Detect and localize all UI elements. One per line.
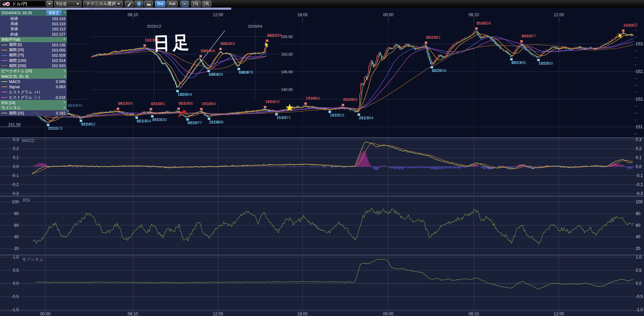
chart-scrollbar[interactable] — [0, 8, 231, 10]
close-icon[interactable]: × — [63, 106, 65, 110]
indicator-label: モメンタム — [1, 105, 61, 110]
indicator-value-row: 安値153.112 — [0, 26, 67, 31]
chart-canvas — [0, 0, 644, 316]
scrollbar-thumb[interactable] — [91, 8, 143, 10]
toolbar: ドル/円 5分足 テクニカル選択 i Bid Ask — [0, 0, 644, 8]
close-icon[interactable]: × — [63, 75, 65, 78]
zoom-out-button[interactable] — [191, 1, 201, 7]
indicator-label: 始値 — [1, 16, 52, 21]
indicator-value-row: 高値153.133 — [0, 21, 67, 26]
indicator-value-row: MACD0.045 — [0, 79, 67, 84]
line-color-swatch — [1, 97, 7, 98]
latest-candle-button[interactable]: 最新足 — [46, 10, 62, 15]
draw-tool-button[interactable] — [125, 1, 134, 7]
indicator-value: 153.133 — [52, 22, 65, 26]
indicator-value-row: 期間 [100]152.914 — [0, 58, 67, 63]
indicator-value: 0.045 — [56, 80, 65, 84]
indicator-label: 高値 — [1, 21, 52, 26]
indicator-label: 安値 — [1, 26, 52, 31]
timeframe-selector[interactable]: 5分足 — [54, 1, 81, 7]
indicator-value-row: 期間 [25]0.182 — [0, 111, 67, 116]
indicator-value: 153.112 — [52, 27, 65, 31]
technical-select-button[interactable]: テクニカル選択 — [83, 1, 123, 7]
zoom-in-button[interactable] — [202, 1, 211, 7]
close-icon[interactable]: × — [63, 101, 65, 104]
indicator-value: 0.063 — [56, 85, 65, 89]
indicator-label: 期間 [25] — [9, 47, 52, 53]
currency-pair-selector[interactable]: ドル/円 — [1, 1, 46, 7]
indicator-label: 終値 — [1, 32, 52, 37]
indicator-section-header: 移動平均線× — [0, 37, 67, 42]
line-color-swatch — [1, 92, 7, 92]
indicator-value: -0.018 — [55, 95, 65, 100]
indicator-label: 期間 [75] — [9, 53, 52, 58]
bid-button[interactable]: Bid — [155, 1, 165, 7]
line-color-swatch — [1, 86, 7, 87]
japan-flag-icon — [6, 2, 10, 6]
indicator-value: 152.914 — [52, 58, 65, 63]
zoom-in-icon — [203, 1, 210, 7]
indicator-label: 期間 [100] — [9, 58, 52, 63]
oscillator-window-button[interactable] — [180, 1, 189, 7]
pair-dropdown-button[interactable] — [46, 1, 53, 7]
line-color-swatch — [1, 81, 7, 82]
mountain-icon — [146, 1, 152, 6]
indicator-value-row: Signal0.063 — [0, 84, 67, 90]
indicator-label: 期間 [5] — [9, 42, 52, 47]
chevron-down-icon — [117, 3, 120, 5]
line-color-swatch — [1, 113, 7, 113]
indicator-value-row: ヒストグラム（−）-0.018 — [0, 95, 67, 100]
line-color-swatch — [1, 50, 7, 50]
indicator-label: ヒストグラム（+） — [9, 90, 65, 95]
chart-type-button[interactable] — [144, 1, 153, 7]
info-button[interactable]: i — [135, 1, 143, 7]
indicator-value: 152.920 — [52, 64, 65, 68]
line-color-swatch — [1, 60, 7, 61]
indicator-section-header: MACD [5, 20, 9]× — [0, 74, 67, 79]
indicator-value: 153.136 — [52, 43, 65, 47]
close-icon[interactable]: × — [63, 69, 65, 73]
indicator-label: RSI [14] — [1, 101, 61, 105]
datetime-label: 2024/04/11 16:25 — [1, 11, 44, 15]
indicator-section-header: モメンタム× — [0, 105, 67, 110]
indicator-value: 153.116 — [52, 17, 65, 21]
indicator-label: 期間 [25] — [9, 111, 56, 116]
chevron-down-icon — [76, 3, 79, 5]
waveform-icon — [182, 2, 188, 6]
indicator-label: ヒストグラム（−） — [9, 95, 55, 100]
indicator-label: Signal — [9, 85, 56, 89]
indicator-value-row: 終値153.127 — [0, 32, 67, 37]
indicator-section-header: RSI [14]× — [0, 100, 67, 105]
indicator-label: MACD [5, 20, 9] — [1, 74, 61, 78]
indicator-value: 0.182 — [56, 111, 65, 115]
indicator-label: 移動平均線 — [1, 37, 61, 42]
indicator-value: 153.127 — [52, 32, 65, 36]
indicator-label: ピークボトム [10] — [1, 68, 61, 74]
currency-pair-label: ドル/円 — [12, 1, 27, 7]
indicator-value: 153.055 — [52, 48, 65, 52]
info-icon: i — [137, 2, 141, 6]
info-panel-header: 2024/04/11 16:25 最新足 × — [0, 10, 67, 16]
pencil-icon — [127, 1, 132, 7]
chevron-down-icon — [48, 3, 51, 5]
indicator-value-row: 期間 [5]153.136 — [0, 42, 67, 47]
indicator-section-header: ピークボトム [10]× — [0, 68, 67, 74]
close-icon[interactable]: × — [63, 38, 65, 41]
indicator-value-row: 始値153.116 — [0, 16, 67, 21]
indicator-label: 期間 [200] — [9, 63, 52, 68]
line-color-swatch — [1, 55, 7, 56]
close-icon[interactable]: × — [63, 11, 65, 15]
zoom-out-icon — [192, 1, 199, 7]
indicator-label: MACD — [9, 80, 56, 84]
indicator-value-row: 期間 [200]152.920 — [0, 63, 67, 68]
indicator-value-row: 期間 [75]152.928 — [0, 53, 67, 58]
ask-button[interactable]: Ask — [166, 1, 178, 7]
indicator-value: 152.928 — [52, 53, 65, 57]
indicator-value-row: 期間 [25]153.055 — [0, 47, 67, 53]
timeframe-label: 5分足 — [56, 1, 67, 7]
line-color-swatch — [1, 65, 7, 66]
indicator-value-row: ヒストグラム（+） — [0, 90, 67, 95]
line-color-swatch — [1, 45, 7, 45]
indicator-info-panel: 2024/04/11 16:25 最新足 × 始値153.116高値153.13… — [0, 10, 67, 116]
